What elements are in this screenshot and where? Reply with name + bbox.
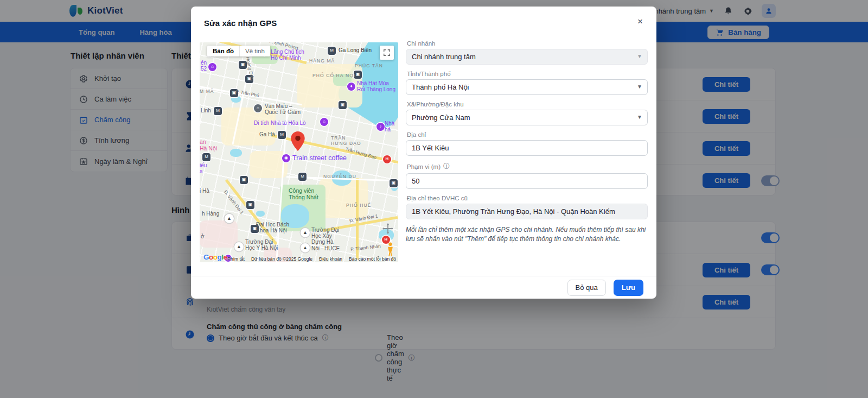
modal-footer: Bỏ qua Lưu	[191, 276, 656, 299]
close-icon[interactable]: ×	[634, 15, 647, 28]
map-label: h Hàng	[202, 211, 219, 217]
google-logo: Google	[203, 253, 227, 261]
map-hospital-icon: H	[383, 155, 391, 163]
skip-button[interactable]: Bỏ qua	[567, 280, 606, 296]
map-terms-link[interactable]: Điều khoản	[319, 256, 342, 262]
map-label: M MÃ	[200, 89, 214, 94]
gps-form: Chi nhánh ▼ Tỉnh/Thành phố ▼ Xã/Phường/Đ…	[406, 40, 648, 244]
radius-input[interactable]	[406, 173, 648, 189]
map-type-map-button[interactable]: Bản đồ	[207, 46, 239, 56]
map-grad-icon: ▲	[301, 228, 310, 237]
map-metro-icon: M	[328, 47, 336, 55]
address-label: Địa chỉ	[407, 131, 648, 138]
map-bus-icon: ▣	[230, 89, 238, 97]
map-theater-icon: ♦	[347, 83, 355, 91]
gps-edit-modal: Sửa xác nhận GPS × P. Đình PhùngMGa Long	[191, 7, 656, 299]
map-label: Văn Miếu – Quốc Tử Giám	[265, 103, 301, 115]
map-attribution: Phím tắt Dữ liệu bản đồ ©2025 Google Điề…	[200, 255, 398, 262]
pan-control-icon[interactable]	[382, 223, 394, 235]
map-label: TRẦN HƯNG ĐẠO	[331, 136, 361, 146]
map-label: Đại Học Bách Khoa Hà Nội	[256, 222, 289, 233]
map-label: Nhà há	[385, 121, 398, 132]
fullscreen-icon[interactable]	[380, 46, 394, 60]
map-label: Hoàng Diệu	[245, 56, 255, 81]
radius-label: Phạm vi (m) ⓘ	[407, 162, 648, 171]
map-label: Ga Long Biên	[339, 47, 372, 53]
map-landmark-icon: ⌂	[254, 104, 262, 112]
branch-select: ▼	[406, 49, 648, 65]
map-label: Công viên Thống Nhất	[289, 188, 318, 201]
map-metro-icon: M	[202, 153, 210, 161]
map-label: an Hà Nội	[200, 139, 217, 152]
info-icon: ⓘ	[443, 162, 450, 171]
old-address-label: Địa chỉ theo DVHC cũ	[407, 195, 648, 201]
map-data-copyright: Dữ liệu bản đồ ©2025 Google	[251, 256, 312, 262]
map-camera-icon: ◉	[282, 154, 290, 162]
map-label: PHỐ CỔ HÀ NỘI	[312, 73, 355, 79]
map-label: én 52	[201, 60, 207, 72]
map-label: Linh	[201, 108, 211, 113]
map-bus-icon: ▣	[251, 225, 259, 233]
map-bus-icon: ▣	[240, 176, 248, 184]
map-bus-icon: ▣	[339, 101, 347, 109]
gps-note: Mỗi lần chỉ thêm một xác nhận GPS cho ch…	[406, 225, 648, 244]
map-label: Ga Hà Nội	[259, 131, 285, 137]
map-grad-icon: ▲	[225, 214, 234, 223]
map-label: P. Trần Phú	[235, 89, 260, 98]
ward-select[interactable]: ▼	[406, 110, 648, 125]
map-features-layer: P. Đình PhùngMGa Long Biên⌂Lăng Chủ tịch…	[200, 42, 398, 262]
chevron-down-icon: ▼	[637, 84, 642, 90]
map-label: Lăng Chủ tịch Hồ Chí Minh	[271, 49, 304, 61]
map-label: ở	[201, 233, 205, 239]
map-bus-icon: ▣	[354, 71, 362, 79]
map-bus-icon: ▣	[390, 179, 398, 187]
map-location-pin	[291, 131, 305, 151]
map-grad-icon: ▲	[234, 242, 244, 251]
map-panel[interactable]: P. Đình PhùngMGa Long Biên⌂Lăng Chủ tịch…	[200, 42, 398, 262]
map-type-satellite-button[interactable]: Vệ tinh	[239, 46, 270, 56]
map-shortcuts-link[interactable]: Phím tắt	[227, 256, 245, 262]
map-label: iếu a	[200, 162, 207, 174]
map-label: Nhà Hát Múa Rối Thăng Long	[357, 80, 395, 92]
map-type-control: Bản đồ Vệ tinh	[207, 46, 270, 56]
province-label: Tỉnh/Thành phố	[407, 71, 648, 77]
map-label: Trần Hưng Đạo	[345, 147, 377, 160]
map-label: P. Đình Phùng	[269, 42, 299, 51]
address-input[interactable]	[406, 140, 648, 156]
map-museum-icon: ⌂	[208, 63, 216, 71]
map-label: Đ. Vành Đai 1	[222, 189, 244, 216]
map-bus-icon: ▣	[245, 75, 253, 83]
map-music-icon: ♪	[376, 123, 385, 131]
save-button[interactable]: Lưu	[614, 280, 643, 296]
map-label: Train street coffee	[292, 154, 347, 162]
map-bus-icon: ▣	[246, 201, 254, 209]
old-address-field	[406, 204, 648, 219]
chevron-down-icon: ▼	[637, 53, 642, 59]
branch-label: Chi nhánh	[407, 40, 648, 47]
map-metro-icon: M	[278, 131, 286, 139]
map-label: P. Thanh Nhàn	[350, 244, 381, 252]
map-bus-icon: ▣	[239, 61, 247, 69]
map-label: i Hà	[200, 188, 209, 194]
map-label: NGUYỄN DU	[323, 174, 356, 180]
map-metro-icon: M	[298, 173, 307, 181]
province-select[interactable]: ▼	[406, 79, 648, 95]
map-report-link[interactable]: Báo cáo một lỗi bản đồ	[349, 256, 396, 262]
pegman-icon[interactable]	[387, 242, 394, 256]
ward-label: Xã/Phường/Đặc khu	[407, 101, 648, 108]
chevron-down-icon: ▼	[637, 114, 642, 120]
map-label: HÀNG MÃ	[309, 59, 335, 64]
map-label: PHỐ HUẾ	[346, 203, 371, 209]
map-label: Trường Đại Học Xây Dựng Hà Nội - HUCE	[311, 227, 340, 251]
map-label: Di tích Nhà tù Hỏa Lò	[254, 120, 306, 126]
map-metro-icon: M	[214, 107, 222, 115]
map-grad-icon: ▲	[301, 243, 310, 252]
map-label: Đ. Vành Đai 1	[349, 213, 379, 224]
map-label: PHÚC TÂN	[355, 64, 383, 69]
map-museum-icon: ⌂	[320, 118, 328, 126]
modal-title: Sửa xác nhận GPS	[204, 18, 277, 28]
map-label: Trường Đại Học Y Hà Nội	[245, 239, 278, 251]
